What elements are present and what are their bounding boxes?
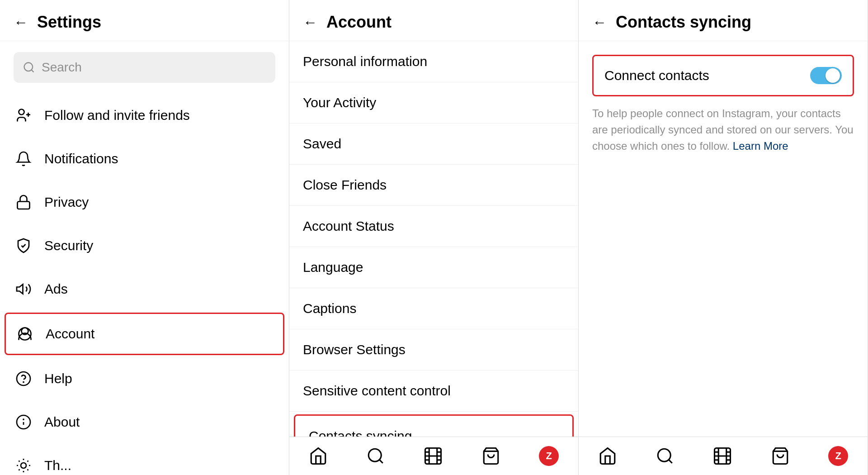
bell-icon: [14, 149, 33, 169]
settings-menu-list: Follow and invite friends Notifications …: [0, 94, 289, 475]
contacts-header: ← Contacts syncing: [579, 0, 868, 41]
account-title: Account: [326, 13, 392, 32]
toggle-description: To help people connect on Instagram, you…: [592, 105, 854, 154]
svg-line-29: [379, 460, 383, 463]
account-menu: Personal information Your Activity Saved…: [289, 41, 578, 437]
contacts-title: Contacts syncing: [616, 13, 751, 32]
menu-item-about[interactable]: About: [0, 400, 289, 444]
contacts-back-arrow[interactable]: ←: [592, 14, 607, 31]
theme-icon: [14, 456, 33, 475]
svg-point-2: [19, 109, 24, 115]
menu-item-privacy[interactable]: Privacy: [0, 180, 289, 224]
account-label: Account: [46, 326, 94, 342]
account-item-activity[interactable]: Your Activity: [289, 82, 578, 124]
theme-label: Th...: [44, 458, 71, 473]
shield-icon: [14, 236, 33, 256]
account-item-contacts[interactable]: Contacts syncing: [294, 414, 574, 437]
svg-point-28: [368, 449, 381, 461]
ads-label: Ads: [44, 281, 68, 297]
account-back-arrow[interactable]: ←: [303, 14, 317, 31]
account-panel: ← Account Personal information Your Acti…: [289, 0, 579, 475]
privacy-label: Privacy: [44, 195, 89, 210]
contacts-profile-avatar[interactable]: Z: [828, 446, 848, 466]
menu-item-ads[interactable]: Ads: [0, 267, 289, 311]
contacts-nav-shop[interactable]: [771, 446, 790, 466]
contacts-content: Connect contacts To help people connect …: [579, 41, 868, 437]
settings-title: Settings: [37, 13, 101, 32]
connect-contacts-label: Connect contacts: [604, 68, 709, 83]
account-item-close-friends[interactable]: Close Friends: [289, 165, 578, 206]
svg-marker-6: [17, 285, 23, 294]
learn-more-link[interactable]: Learn More: [733, 140, 788, 152]
search-icon: [23, 61, 35, 74]
settings-panel: ← Settings Search Follow and invite frie…: [0, 0, 289, 475]
contacts-nav-profile[interactable]: Z: [828, 446, 848, 466]
svg-point-39: [658, 449, 670, 461]
follow-icon: [14, 105, 33, 125]
menu-item-theme[interactable]: Th...: [0, 444, 289, 475]
menu-item-help[interactable]: Help: [0, 357, 289, 400]
account-nav-shop[interactable]: [481, 446, 500, 466]
contacts-bottom-nav: Z: [579, 437, 868, 475]
svg-point-10: [17, 372, 30, 385]
account-nav-profile[interactable]: Z: [539, 446, 559, 466]
help-label: Help: [44, 371, 72, 386]
account-nav-home[interactable]: [309, 446, 328, 466]
security-label: Security: [44, 238, 93, 253]
contacts-nav-reels[interactable]: [713, 446, 732, 466]
account-item-language[interactable]: Language: [289, 247, 578, 288]
follow-label: Follow and invite friends: [44, 108, 190, 123]
menu-item-security[interactable]: Security: [0, 224, 289, 267]
account-item-contacts-wrapper: Contacts syncing: [289, 412, 578, 437]
account-item-saved[interactable]: Saved: [289, 124, 578, 165]
svg-point-8: [19, 328, 31, 340]
contacts-nav-home[interactable]: [598, 446, 617, 466]
account-icon: [15, 324, 35, 344]
ads-icon: [14, 279, 33, 299]
menu-item-account[interactable]: Account: [5, 313, 284, 355]
toggle-knob: [826, 68, 840, 83]
account-item-browser[interactable]: Browser Settings: [289, 329, 578, 370]
account-item-status[interactable]: Account Status: [289, 206, 578, 247]
account-item-sensitive[interactable]: Sensitive content control: [289, 370, 578, 412]
back-arrow-icon[interactable]: ←: [14, 14, 28, 31]
search-bar[interactable]: Search: [14, 52, 275, 83]
search-placeholder: Search: [42, 60, 82, 75]
account-item-personal[interactable]: Personal information: [289, 41, 578, 82]
svg-point-0: [24, 63, 33, 71]
account-nav-search[interactable]: [366, 446, 385, 466]
svg-line-40: [669, 460, 672, 463]
menu-item-follow[interactable]: Follow and invite friends: [0, 94, 289, 137]
svg-rect-5: [18, 202, 30, 209]
contacts-nav-search[interactable]: [656, 446, 675, 466]
notifications-label: Notifications: [44, 151, 118, 166]
connect-contacts-toggle[interactable]: [810, 67, 842, 84]
account-bottom-nav: Z: [289, 437, 578, 475]
account-header: ← Account: [289, 0, 578, 41]
account-profile-avatar[interactable]: Z: [539, 446, 559, 466]
connect-contacts-row: Connect contacts: [592, 55, 854, 96]
account-item-captions[interactable]: Captions: [289, 288, 578, 329]
menu-item-notifications[interactable]: Notifications: [0, 137, 289, 180]
info-icon: [14, 412, 33, 432]
account-nav-reels[interactable]: [424, 446, 443, 466]
contacts-panel: ← Contacts syncing Connect contacts To h…: [579, 0, 868, 475]
svg-line-1: [31, 70, 33, 72]
lock-icon: [14, 192, 33, 212]
help-icon: [14, 369, 33, 389]
settings-header: ← Settings: [0, 0, 289, 41]
svg-point-15: [21, 463, 26, 468]
about-label: About: [44, 414, 80, 430]
